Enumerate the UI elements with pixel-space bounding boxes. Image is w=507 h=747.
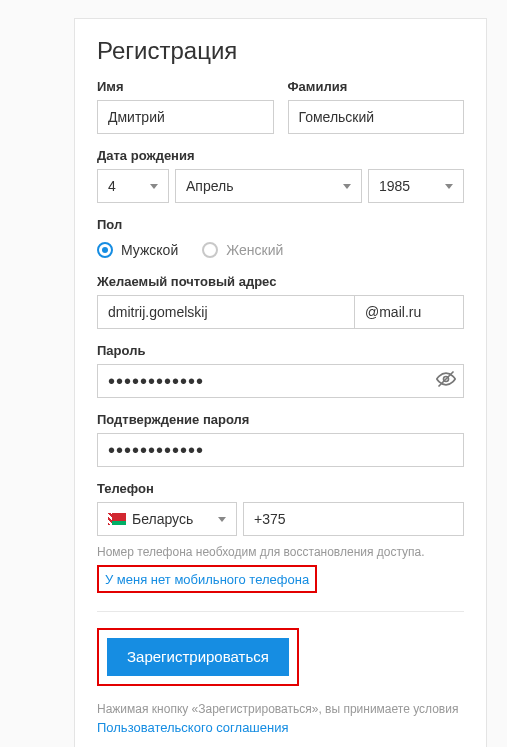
dob-year-select[interactable]: 1985 — [368, 169, 464, 203]
radio-icon — [97, 242, 113, 258]
flag-belarus-icon — [108, 513, 126, 525]
radio-icon — [202, 242, 218, 258]
email-domain-select[interactable]: @mail.ru — [354, 295, 464, 329]
email-domain-value: @mail.ru — [365, 304, 421, 320]
first-name-label: Имя — [97, 79, 274, 94]
gender-male-radio[interactable]: Мужской — [97, 242, 178, 258]
password-confirm-group: Подтверждение пароля •••••••••••• — [97, 412, 464, 467]
phone-hint: Номер телефона необходим для восстановле… — [97, 544, 464, 561]
dob-year-value: 1985 — [379, 178, 410, 194]
chevron-down-icon — [150, 184, 158, 189]
submit-button[interactable]: Зарегистрироваться — [107, 638, 289, 676]
gender-male-label: Мужской — [121, 242, 178, 258]
gender-group: Пол Мужской Женский — [97, 217, 464, 260]
password-input[interactable]: •••••••••••• — [97, 364, 464, 398]
eye-off-icon[interactable] — [436, 369, 456, 393]
password-confirm-label: Подтверждение пароля — [97, 412, 464, 427]
password-label: Пароль — [97, 343, 464, 358]
email-label: Желаемый почтовый адрес — [97, 274, 464, 289]
dob-group: Дата рождения 4 Апрель 1985 — [97, 148, 464, 203]
dob-label: Дата рождения — [97, 148, 464, 163]
registration-form: Регистрация Имя Фамилия Дата рождения 4 … — [74, 18, 487, 747]
no-phone-highlight: У меня нет мобильного телефона — [97, 565, 317, 593]
chevron-down-icon — [343, 184, 351, 189]
last-name-label: Фамилия — [288, 79, 465, 94]
phone-number-input[interactable] — [243, 502, 464, 536]
chevron-down-icon — [218, 517, 226, 522]
phone-label: Телефон — [97, 481, 464, 496]
terms-link[interactable]: Пользовательского соглашения — [97, 720, 289, 735]
dob-day-select[interactable]: 4 — [97, 169, 169, 203]
dob-month-value: Апрель — [186, 178, 234, 194]
dob-day-value: 4 — [108, 178, 116, 194]
no-phone-link[interactable]: У меня нет мобильного телефона — [105, 572, 309, 587]
chevron-down-icon — [445, 184, 453, 189]
phone-country-value: Беларусь — [132, 511, 206, 527]
submit-row: Зарегистрироваться — [97, 628, 464, 686]
phone-country-select[interactable]: Беларусь — [97, 502, 237, 536]
password-confirm-input[interactable]: •••••••••••• — [97, 433, 464, 467]
password-group: Пароль •••••••••••• — [97, 343, 464, 398]
dob-month-select[interactable]: Апрель — [175, 169, 362, 203]
last-name-input[interactable] — [288, 100, 465, 134]
gender-female-label: Женский — [226, 242, 283, 258]
first-name-input[interactable] — [97, 100, 274, 134]
phone-group: Телефон Беларусь Номер телефона необходи… — [97, 481, 464, 593]
email-local-input[interactable] — [97, 295, 354, 329]
gender-female-radio[interactable]: Женский — [202, 242, 283, 258]
terms-text: Нажимая кнопку «Зарегистрироваться», вы … — [97, 700, 464, 738]
gender-label: Пол — [97, 217, 464, 232]
submit-highlight: Зарегистрироваться — [97, 628, 299, 686]
email-group: Желаемый почтовый адрес @mail.ru — [97, 274, 464, 329]
page-title: Регистрация — [97, 37, 464, 65]
terms-prefix: Нажимая кнопку «Зарегистрироваться», вы … — [97, 702, 458, 716]
divider — [97, 611, 464, 612]
name-row: Имя Фамилия — [97, 79, 464, 134]
